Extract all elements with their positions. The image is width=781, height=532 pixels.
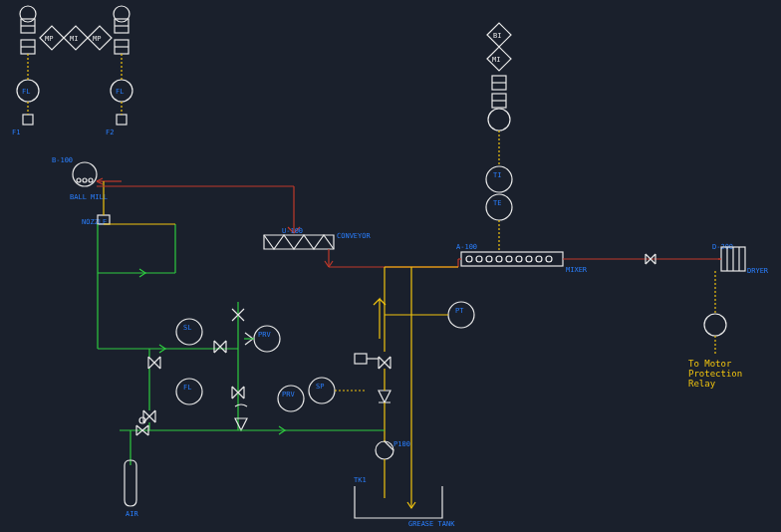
bi-label: BI <box>493 32 501 40</box>
ballmill-name: BALL MILL <box>70 193 108 201</box>
svg-point-2 <box>20 6 36 22</box>
air-label: AIR <box>126 510 138 518</box>
sp-label: SP <box>316 383 324 391</box>
inst-label: FL <box>116 88 124 96</box>
svg-rect-60 <box>355 354 367 364</box>
svg-point-25 <box>486 194 512 220</box>
top-left-cluster: MP MI MP FL FL F1 F2 <box>12 6 132 136</box>
tank-icon <box>355 486 442 518</box>
tank-tag: TK1 <box>354 476 367 484</box>
sol-valve-y <box>355 354 390 369</box>
svg-point-54 <box>704 314 726 336</box>
ball-mill: B-100 BALL MILL NOZZLE <box>52 156 300 233</box>
inst-label: FL <box>22 88 30 96</box>
svg-point-83 <box>278 386 304 411</box>
te-label: TE <box>493 199 501 207</box>
prv2-label: PRV <box>282 391 295 399</box>
relay-text-2: Protection <box>688 369 742 379</box>
svg-point-30 <box>89 178 93 182</box>
fl-label: FL <box>183 384 191 392</box>
svg-point-82 <box>254 326 280 352</box>
relay-text-1: To Motor <box>688 359 732 369</box>
cylinder-icon <box>125 460 136 506</box>
mixer-tag: A-100 <box>456 243 477 251</box>
f1-label: F1 <box>12 129 20 136</box>
f2-label: F2 <box>106 129 114 136</box>
mp-label: MP <box>45 35 53 43</box>
pump: P100 <box>376 440 410 459</box>
conv-name: CONVEYOR <box>337 232 372 240</box>
conv-tag: U-100 <box>282 227 303 235</box>
pt-label: PT <box>455 307 464 315</box>
conveyor: U-100 CONVEYOR <box>264 227 458 267</box>
svg-point-79 <box>176 319 202 345</box>
nozzle-label: NOZZLE <box>82 218 107 226</box>
prv1-label: PRV <box>258 331 271 339</box>
svg-point-86 <box>139 417 145 423</box>
filter-icon <box>379 391 390 402</box>
svg-point-64 <box>309 378 335 403</box>
dryer: D-200 DRYER To Motor Protection Relay <box>688 243 769 389</box>
dryer-name: DRYER <box>747 267 769 275</box>
svg-point-66 <box>376 441 393 459</box>
svg-text:P100: P100 <box>393 440 410 448</box>
mi-label: MI <box>70 35 78 43</box>
mi-label: MI <box>492 56 500 64</box>
green-network: SL FL PRV PRV AIR <box>98 224 385 518</box>
ti-label: TI <box>493 171 501 179</box>
svg-rect-15 <box>117 115 127 125</box>
tank-name: GREASE TANK <box>408 520 455 528</box>
sl-label: SL <box>183 324 191 332</box>
svg-point-24 <box>486 166 512 192</box>
mp-label: MP <box>93 35 101 43</box>
svg-rect-14 <box>23 115 33 125</box>
svg-point-29 <box>83 178 87 182</box>
top-right-cluster: BI MI TI TE <box>486 23 512 251</box>
relay-text-3: Relay <box>688 379 716 389</box>
svg-point-22 <box>488 109 510 131</box>
svg-point-28 <box>77 178 81 182</box>
mixer-name: MIXER <box>566 266 588 274</box>
svg-point-80 <box>176 379 202 404</box>
svg-point-5 <box>114 6 130 22</box>
ballmill-tag: B-100 <box>52 156 73 164</box>
pid-diagram: MP MI MP FL FL F1 F2 BI MI TI TE B-100 B… <box>0 0 781 532</box>
svg-point-58 <box>448 302 474 328</box>
